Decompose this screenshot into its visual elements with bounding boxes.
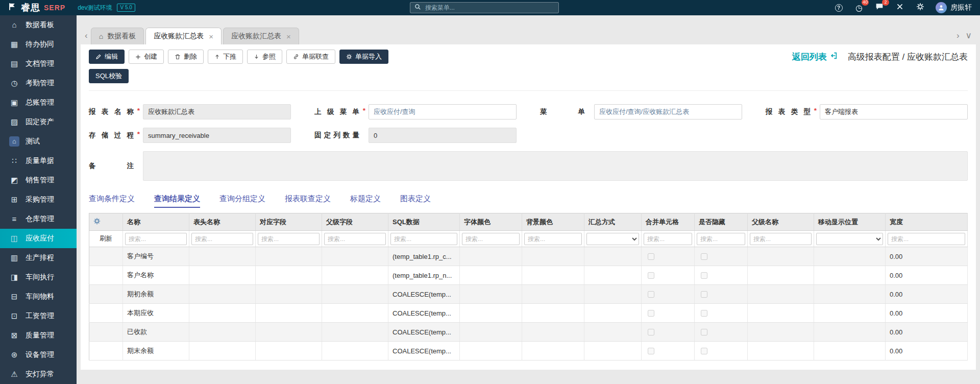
table-row[interactable]: 本期应收 COALESCE(temp... 0.00 <box>89 304 968 323</box>
filter-bg-color-input[interactable] <box>524 233 582 245</box>
tabs-scroll-right-icon[interactable]: › <box>953 27 963 44</box>
cell-merge <box>642 342 695 361</box>
menu-search[interactable] <box>410 2 559 13</box>
back-to-list-link[interactable]: 返回列表 <box>792 51 838 63</box>
sidebar-item[interactable]: ▣ 总账管理 <box>0 93 77 112</box>
plus-icon <box>135 54 141 60</box>
filter-parent-field-input[interactable] <box>324 233 386 245</box>
sidebar-item[interactable]: ▨ 固定资产 <box>0 112 77 132</box>
reference-button[interactable]: 参照 <box>247 50 282 64</box>
filter-hidden-input[interactable] <box>697 233 745 245</box>
sidebar-item[interactable]: ⊡ 工资管理 <box>0 306 77 326</box>
fixed-columns-input[interactable] <box>369 128 517 143</box>
sidebar-item[interactable]: ◨ 车间执行 <box>0 268 77 287</box>
sidebar-item-label: 固定资产 <box>26 117 54 127</box>
sidebar-item[interactable]: ⌂ 测试 <box>0 132 77 151</box>
filter-field-input[interactable] <box>258 233 320 245</box>
required-mark: * <box>814 107 817 114</box>
refresh-button[interactable]: 刷新 <box>89 231 123 247</box>
sidebar-item[interactable]: ∷ 质量单据 <box>0 151 77 171</box>
merge-cell-checkbox[interactable] <box>648 291 654 298</box>
help-button[interactable]: ? <box>834 3 844 13</box>
push-down-button[interactable]: 下推 <box>208 50 243 64</box>
filter-name-input[interactable] <box>125 233 187 245</box>
toolbar: 编辑 创建 删除 下推 参照 单据联查 <box>89 50 968 64</box>
report-type-input[interactable] <box>820 104 968 119</box>
merge-cell-checkbox[interactable] <box>648 253 654 260</box>
table-row[interactable]: 期末余额 COALESCE(temp... 0.00 <box>89 342 968 361</box>
doc-link-query-button[interactable]: 单据联查 <box>286 50 335 64</box>
filter-header-name-input[interactable] <box>191 233 253 245</box>
report-name-input[interactable] <box>143 104 291 119</box>
filter-font-color-input[interactable] <box>462 233 520 245</box>
hidden-checkbox[interactable] <box>701 272 707 279</box>
table-row[interactable]: 期初余额 COALESCE(temp... 0.00 <box>89 285 968 304</box>
doc-import-button[interactable]: 单据导入 <box>339 50 388 64</box>
table-row[interactable]: 客户编号 (temp_table1.rp_c... 0.00 <box>89 247 968 266</box>
gear-icon[interactable] <box>93 219 101 226</box>
cell-summary <box>584 266 642 285</box>
sidebar-item[interactable]: ▥ 生产排程 <box>0 248 77 268</box>
delete-button[interactable]: 删除 <box>168 50 204 64</box>
tab[interactable]: ⌂ 数据看板 <box>91 28 144 44</box>
tools-button[interactable] <box>895 3 905 13</box>
hidden-checkbox[interactable] <box>701 348 707 354</box>
cell-merge <box>642 285 695 304</box>
search-input[interactable] <box>424 4 554 12</box>
subtab[interactable]: 报表联查定义 <box>285 194 331 208</box>
table-row[interactable]: 已收款 COALESCE(temp... 0.00 <box>89 323 968 342</box>
merge-cell-checkbox[interactable] <box>648 348 654 354</box>
sidebar-item[interactable]: ⊛ 设备管理 <box>0 345 77 365</box>
filter-sql-input[interactable] <box>390 233 457 245</box>
tab[interactable]: 应收账款汇总表 × <box>145 28 222 44</box>
merge-cell-checkbox[interactable] <box>648 272 654 279</box>
edit-button[interactable]: 编辑 <box>89 50 125 64</box>
filter-summary-select[interactable] <box>586 233 639 245</box>
filter-merge-input[interactable] <box>644 233 692 245</box>
sidebar-item[interactable]: ≡ 仓库管理 <box>0 209 77 229</box>
cell-name: 期初余额 <box>123 285 189 304</box>
notifications-button[interactable]: ◷ 40 <box>854 3 864 13</box>
hidden-checkbox[interactable] <box>701 253 707 260</box>
parent-menu-input[interactable] <box>369 104 517 119</box>
tab-close-icon[interactable]: × <box>209 32 213 41</box>
subtab[interactable]: 查询条件定义 <box>89 194 135 208</box>
sidebar-item[interactable]: ⊞ 采购管理 <box>0 190 77 209</box>
tabs-scroll-left-icon[interactable]: ‹ <box>82 27 91 44</box>
settings-button[interactable] <box>915 3 925 13</box>
hidden-checkbox[interactable] <box>701 310 707 317</box>
create-button[interactable]: 创建 <box>129 50 164 64</box>
stored-procedure-input[interactable] <box>143 128 291 143</box>
merge-cell-checkbox[interactable] <box>648 310 654 317</box>
sidebar-item[interactable]: ⊠ 质量管理 <box>0 326 77 345</box>
subtab[interactable]: 图表定义 <box>400 194 431 208</box>
hidden-checkbox[interactable] <box>701 291 707 298</box>
tabs-menu-icon[interactable]: ∨ <box>963 27 975 44</box>
sidebar-item[interactable]: ⊟ 车间物料 <box>0 287 77 306</box>
help-icon: ? <box>835 4 843 12</box>
hidden-checkbox[interactable] <box>701 329 707 335</box>
table-row[interactable]: 客户名称 (temp_table1.rp_n... 0.00 <box>89 266 968 285</box>
tab[interactable]: 应收账款汇总表 × <box>223 28 299 44</box>
messages-button[interactable]: 2 <box>874 3 885 13</box>
menu-input[interactable] <box>594 104 742 119</box>
filter-mobile-position-select[interactable] <box>816 233 883 245</box>
filter-parent-name-input[interactable] <box>750 233 812 245</box>
sidebar-item[interactable]: ◫ 应收应付 <box>0 229 77 248</box>
user-menu[interactable]: 房振轩 <box>936 2 972 13</box>
sidebar-item[interactable]: ⌂ 数据看板 <box>0 15 77 35</box>
subtab[interactable]: 标题定义 <box>350 194 381 208</box>
tab-close-icon[interactable]: × <box>286 32 291 41</box>
cell-mobile-position <box>814 304 886 323</box>
filter-width-input[interactable] <box>888 233 965 245</box>
subtab[interactable]: 查询分组定义 <box>219 194 265 208</box>
sidebar-item[interactable]: ▦ 待办协同 <box>0 35 77 54</box>
subtab[interactable]: 查询结果定义 <box>154 194 200 208</box>
sidebar-item[interactable]: ⚠ 安灯异常 <box>0 365 77 384</box>
sidebar-item[interactable]: ▤ 文档管理 <box>0 54 77 74</box>
sidebar-item[interactable]: ◷ 考勤管理 <box>0 74 77 93</box>
sidebar-item[interactable]: ◩ 销售管理 <box>0 171 77 190</box>
sql-check-button[interactable]: SQL校验 <box>89 69 129 83</box>
merge-cell-checkbox[interactable] <box>648 329 654 335</box>
remark-textarea[interactable] <box>143 151 968 181</box>
